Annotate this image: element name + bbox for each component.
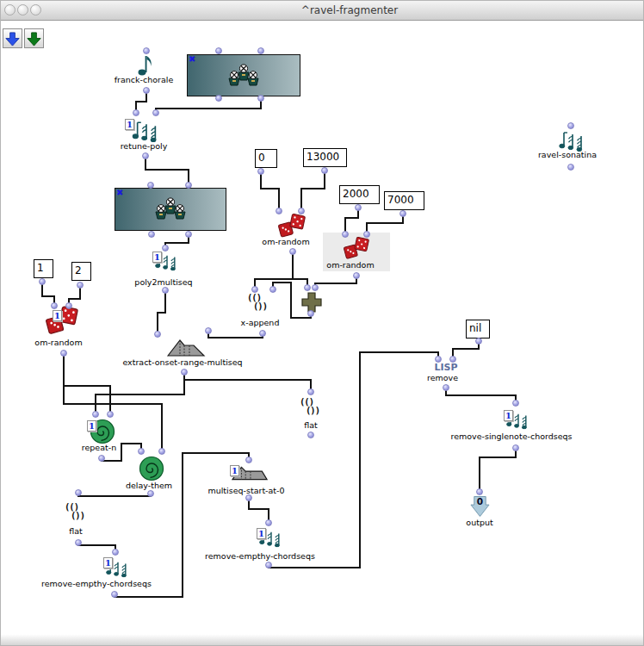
mountain-icon[interactable]: [167, 338, 206, 357]
inlet-dot[interactable]: [215, 47, 222, 54]
window-title: ^ravel-fragmenter: [301, 4, 398, 16]
inlet-dot[interactable]: [276, 208, 282, 214]
number-box-0[interactable]: 0: [255, 149, 277, 168]
inlet-dot[interactable]: [112, 549, 119, 556]
number-box-2000[interactable]: 2000: [339, 185, 380, 204]
inlet-dot[interactable]: [449, 356, 456, 363]
node-label-x-append: x-append: [241, 318, 280, 327]
inlet-dot[interactable]: [342, 231, 349, 238]
inlet-dot[interactable]: [154, 331, 161, 338]
inlet-dot[interactable]: [312, 284, 319, 291]
outlet-dot[interactable]: [512, 444, 519, 451]
spiral-icon[interactable]: [139, 456, 164, 481]
outlet-dot[interactable]: [75, 539, 82, 546]
outlet-dot[interactable]: [148, 231, 155, 238]
sonatina-notes-icon[interactable]: [554, 127, 591, 152]
inlet-dot[interactable]: [245, 457, 252, 463]
outlet-dot[interactable]: [567, 164, 574, 171]
inlet-dot[interactable]: [298, 208, 305, 214]
inlet-dot[interactable]: [185, 182, 192, 189]
patch-box-1-close-icon[interactable]: ✖: [189, 55, 195, 64]
nil-box[interactable]: nil: [466, 320, 490, 339]
outlet-dot[interactable]: [265, 562, 272, 568]
inlet-dot[interactable]: [65, 302, 72, 309]
green-download-arrow-button[interactable]: [24, 28, 44, 48]
inlet-dot[interactable]: [147, 182, 154, 189]
title-bar[interactable]: ^ravel-fragmenter: [1, 1, 644, 21]
outlet-dot[interactable]: [399, 210, 406, 217]
zoom-window-button[interactable]: [30, 4, 41, 16]
inlet-dot[interactable]: [205, 327, 212, 334]
outlet-dot[interactable]: [39, 278, 46, 285]
inlet-dot[interactable]: [257, 47, 264, 54]
inlet-dot[interactable]: [92, 411, 99, 418]
outlet-dot[interactable]: [307, 432, 314, 438]
outlet-dot[interactable]: [259, 330, 266, 337]
inlet-dot[interactable]: [143, 47, 150, 54]
inlet-dot[interactable]: [138, 448, 145, 455]
output-arrow-icon[interactable]: 0: [470, 495, 490, 518]
number-box-13000[interactable]: 13000: [303, 148, 347, 167]
number-box-1[interactable]: 1: [34, 259, 53, 278]
inlet-dot[interactable]: [476, 488, 483, 495]
inlet-dot[interactable]: [158, 448, 165, 455]
outlet-dot[interactable]: [215, 95, 222, 102]
list-icon[interactable]: (() ()): [300, 397, 319, 414]
inlet-dot[interactable]: [567, 122, 574, 129]
outlet-dot[interactable]: [147, 490, 154, 497]
outlet-dot[interactable]: [475, 338, 482, 345]
dice-icon[interactable]: [343, 235, 370, 261]
inlet-dot[interactable]: [152, 109, 159, 116]
poly-notes-icon[interactable]: [131, 117, 162, 142]
close-window-button[interactable]: [4, 4, 15, 16]
inlet-dot[interactable]: [162, 245, 169, 252]
outlet-dot[interactable]: [181, 369, 188, 376]
dice-icon[interactable]: [45, 304, 79, 337]
outlet-dot[interactable]: [307, 310, 314, 317]
lisp-function-tag[interactable]: LISP: [434, 362, 457, 373]
inlet-dot[interactable]: [363, 231, 370, 238]
outlet-dot[interactable]: [321, 167, 328, 174]
patch-cord: [269, 352, 438, 568]
dice-icon[interactable]: [277, 212, 307, 239]
inlet-dot[interactable]: [265, 519, 272, 526]
eighth-note-icon[interactable]: [137, 53, 154, 77]
outlet-dot[interactable]: [60, 350, 67, 357]
inlet-dot[interactable]: [307, 388, 314, 395]
inlet-dot[interactable]: [304, 284, 311, 291]
inlet-dot[interactable]: [133, 109, 139, 116]
outlet-dot[interactable]: [143, 87, 150, 94]
number-box-7000[interactable]: 7000: [384, 191, 424, 210]
node-label-poly2multiseq: poly2multiseq: [134, 277, 192, 287]
list-icon[interactable]: (() ()): [247, 293, 267, 310]
repeat-n-badge: 1: [87, 420, 96, 432]
inlet-dot[interactable]: [107, 411, 114, 418]
outlet-dot[interactable]: [355, 204, 362, 211]
inlet-dot[interactable]: [512, 400, 519, 407]
outlet-dot[interactable]: [98, 455, 105, 462]
outlet-dot[interactable]: [353, 272, 360, 279]
outlet-dot[interactable]: [257, 95, 264, 102]
outlet-dot[interactable]: [111, 591, 118, 598]
outlet-dot[interactable]: [245, 494, 252, 501]
outlet-dot[interactable]: [77, 282, 84, 289]
node-label-ravel-sonatina: ravel-sonatina: [538, 150, 597, 159]
outlet-dot[interactable]: [142, 152, 149, 159]
patch-cord: [78, 493, 151, 496]
list-icon[interactable]: (() ()): [65, 502, 84, 519]
patch-box-2-close-icon[interactable]: ✖: [116, 189, 123, 197]
inlet-dot[interactable]: [51, 302, 58, 309]
minimize-window-button[interactable]: [17, 4, 28, 16]
outlet-dot[interactable]: [289, 248, 296, 255]
inlet-dot[interactable]: [435, 356, 442, 363]
outlet-dot[interactable]: [443, 384, 449, 391]
blue-download-arrow-button[interactable]: [3, 28, 22, 48]
blue-down-arrow-icon: [4, 31, 21, 47]
outlet-dot[interactable]: [185, 231, 192, 238]
number-box-2[interactable]: 2: [71, 262, 91, 281]
inlet-dot[interactable]: [75, 489, 82, 496]
inlet-dot[interactable]: [251, 286, 258, 293]
outlet-dot[interactable]: [162, 287, 169, 294]
inlet-dot[interactable]: [269, 286, 276, 293]
outlet-dot[interactable]: [257, 168, 264, 175]
